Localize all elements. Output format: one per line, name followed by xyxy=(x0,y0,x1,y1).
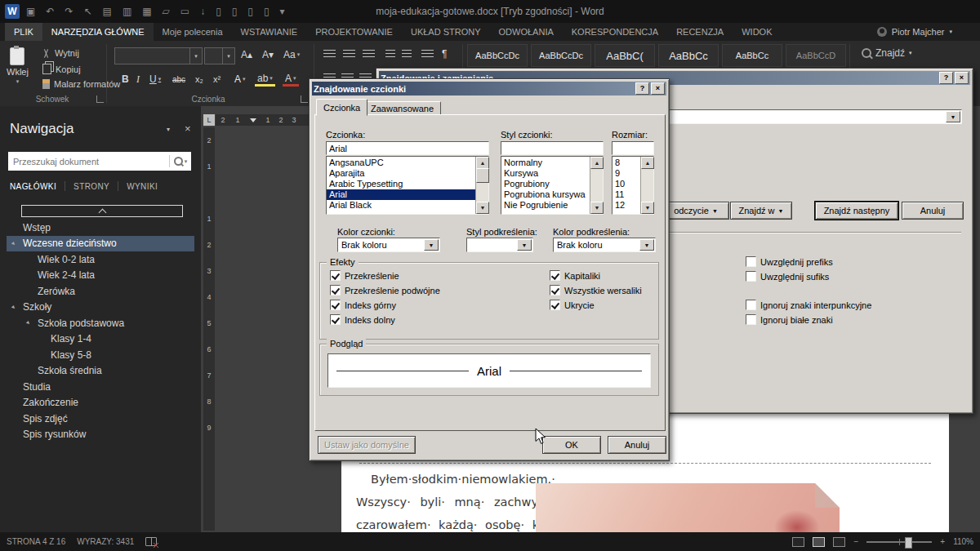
scroll-down-icon[interactable]: ▼ xyxy=(641,202,654,214)
size-option[interactable]: 10 xyxy=(612,179,640,189)
tab-strony[interactable]: STRONY xyxy=(74,182,109,191)
help-icon[interactable]: ? xyxy=(939,72,953,84)
style-normal[interactable]: AaBbCcDc xyxy=(467,44,528,67)
copy-button[interactable]: Kopiuj xyxy=(42,64,81,74)
bullets-icon[interactable] xyxy=(323,50,336,59)
nav-item-wstep[interactable]: Wstęp xyxy=(7,220,194,236)
reading-options-button[interactable]: odczycie ▼ xyxy=(662,202,729,220)
nav-item-wiek-2-4[interactable]: Wiek 2-4 lata xyxy=(7,268,194,284)
collapse-triangle-icon[interactable]: ▸ xyxy=(10,304,17,311)
word-logo[interactable]: W xyxy=(5,4,20,19)
option-prefix[interactable]: Uwzględnij prefiks xyxy=(746,256,833,267)
style-heading3[interactable]: AaBbCc xyxy=(722,44,782,67)
cancel-button[interactable]: Anuluj xyxy=(608,436,666,454)
checkbox[interactable] xyxy=(746,271,756,282)
help-icon[interactable]: ? xyxy=(635,82,649,95)
grow-font-button[interactable]: A▴ xyxy=(238,47,255,62)
word-count[interactable]: WYRAZY: 3431 xyxy=(77,537,134,546)
nav-options-dropdown[interactable]: ▾ xyxy=(167,126,170,133)
collapse-triangle-icon[interactable]: ▸ xyxy=(10,240,17,247)
underline-style-combo[interactable]: ▼ xyxy=(466,238,533,252)
option-ignore-punctuation[interactable]: Ignoruj znaki interpunkcyjne xyxy=(746,300,871,310)
size-field[interactable] xyxy=(612,141,654,155)
size-list[interactable]: 8 9 10 11 12 ▲ ▼ xyxy=(612,156,654,215)
font-style-field[interactable] xyxy=(501,141,604,155)
format-painter-button[interactable]: Malarz formatów xyxy=(42,79,120,89)
font-option[interactable]: Arabic Typesetting xyxy=(327,179,475,189)
font-option[interactable]: Aparajita xyxy=(327,168,475,179)
nav-item-wiek-0-2[interactable]: Wiek 0-2 lata xyxy=(7,251,194,268)
effect-small-caps[interactable]: Kapitaliki xyxy=(550,270,600,281)
set-default-button[interactable]: Ustaw jako domyślne xyxy=(318,436,416,454)
quick-print-icon[interactable]: ▦ xyxy=(142,6,151,17)
account-menu[interactable]: Piotr Majcher ▾ xyxy=(877,23,980,41)
print-layout-icon[interactable] xyxy=(813,537,825,547)
nav-item-wczesne-dziecinstwo[interactable]: ▸ Wczesne dzieciństwo xyxy=(7,236,194,252)
open-icon[interactable]: ▱ xyxy=(163,6,170,17)
web-layout-icon[interactable] xyxy=(833,537,845,547)
effect-superscript[interactable]: Indeks górny xyxy=(330,300,396,310)
style-option[interactable]: Pogrubiony xyxy=(501,179,590,189)
underline-color-combo[interactable]: Brak koloru ▼ xyxy=(553,238,656,252)
combo-arrow-icon[interactable]: ▼ xyxy=(517,239,532,251)
find-in-button[interactable]: Znajdź w ▼ xyxy=(730,202,792,220)
doc-icon-4[interactable]: ▯ xyxy=(264,6,270,17)
scroll-thumb[interactable] xyxy=(476,168,489,183)
option-ignore-whitespace[interactable]: Ignoruj białe znaki xyxy=(746,314,833,325)
page-indicator[interactable]: STRONA 4 Z 16 xyxy=(7,537,65,546)
style-option[interactable]: Nie Pogrubienie xyxy=(501,200,590,211)
horizontal-ruler[interactable]: 2 1 1 2 3 xyxy=(216,114,309,126)
font-name-field[interactable] xyxy=(326,141,489,155)
style-option[interactable]: Kursywa xyxy=(501,168,590,179)
doc-icon-1[interactable]: ▯ xyxy=(216,6,221,17)
checkbox-checked[interactable] xyxy=(330,285,341,295)
undo-icon[interactable]: ↶ xyxy=(46,6,54,17)
tab-projektowanie[interactable]: PROJEKTOWANIE xyxy=(306,23,402,41)
superscript-button[interactable]: x² xyxy=(211,72,223,87)
nav-item-klasy-5-8[interactable]: Klasy 5-8 xyxy=(7,347,194,363)
font-dialog-launcher[interactable] xyxy=(301,96,308,103)
shrink-font-button[interactable]: A▾ xyxy=(260,47,276,62)
font-color-combo[interactable]: Brak koloru ▼ xyxy=(337,238,440,252)
tab-czcionka[interactable]: Czcionka xyxy=(316,99,368,116)
qat-more-icon[interactable]: ▾ xyxy=(280,6,285,17)
style-heading4[interactable]: AaBbCcD xyxy=(786,44,846,67)
nav-close-icon[interactable]: × xyxy=(185,122,191,135)
checkbox-checked[interactable] xyxy=(550,270,560,281)
option-suffix[interactable]: Uwzględnij sufiks xyxy=(746,271,829,282)
text-effects-button[interactable]: A ▾ xyxy=(232,72,248,87)
checkbox[interactable] xyxy=(746,256,756,267)
tab-uklad-strony[interactable]: UKŁAD STRONY xyxy=(402,23,490,41)
checkbox-checked[interactable] xyxy=(330,270,341,281)
scroll-up-icon[interactable]: ▲ xyxy=(476,157,489,169)
nav-item-studia[interactable]: Studia xyxy=(7,379,194,395)
nav-item-klasy-1-4[interactable]: Klasy 1-4 xyxy=(7,331,194,348)
nav-item-zakonczenie[interactable]: Zakończenie xyxy=(7,395,194,411)
tab-selector[interactable]: L xyxy=(203,114,215,126)
italic-button[interactable]: I xyxy=(134,72,142,87)
doc-icon-2[interactable]: ▯ xyxy=(232,6,238,17)
font-name-combo[interactable]: ▾ xyxy=(114,47,203,64)
tab-wstawianie[interactable]: WSTAWIANIE xyxy=(232,23,307,41)
download-icon[interactable]: ↓ xyxy=(200,6,205,17)
read-mode-icon[interactable] xyxy=(792,537,804,547)
nav-item-spis-zdjec[interactable]: Spis zdjęć xyxy=(7,411,194,427)
font-option-selected[interactable]: Arial xyxy=(327,189,475,200)
scroll-up-icon[interactable]: ▲ xyxy=(590,157,604,169)
font-size-combo[interactable]: ▾ xyxy=(204,47,235,64)
font-list[interactable]: AngsanaUPC Aparajita Arabic Typesetting … xyxy=(326,156,489,215)
checkbox-checked[interactable] xyxy=(550,300,560,310)
find-font-title-bar[interactable]: Znajdowanie czcionki ? × xyxy=(312,82,666,96)
scroll-up-icon[interactable]: ▲ xyxy=(641,157,654,169)
effect-subscript[interactable]: Indeks dolny xyxy=(330,314,395,325)
nav-item-spis-rysunkow[interactable]: Spis rysunków xyxy=(7,427,194,443)
collapse-triangle-icon[interactable]: ▸ xyxy=(24,319,32,327)
strikethrough-button[interactable]: abc xyxy=(170,72,188,87)
style-no-spacing[interactable]: AaBbCcDc xyxy=(531,44,591,67)
proofing-errors-icon[interactable] xyxy=(145,537,157,546)
checkbox[interactable] xyxy=(746,314,756,325)
search-controls[interactable]: ▾ xyxy=(170,157,191,166)
tab-recenzja[interactable]: RECENZJA xyxy=(667,23,733,41)
document-search-box[interactable]: ▾ xyxy=(8,152,191,171)
font-color-button[interactable]: A ▾ xyxy=(283,72,299,87)
